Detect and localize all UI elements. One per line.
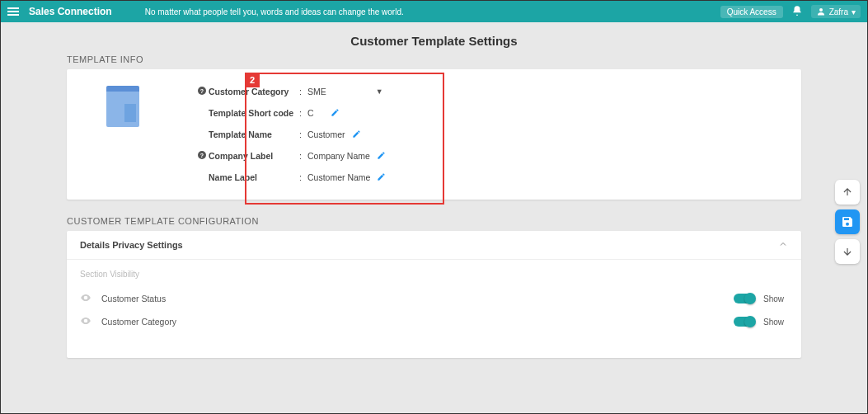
toggle-customer-status[interactable]: [734, 294, 755, 303]
user-icon: [816, 7, 826, 16]
eye-icon: [80, 292, 91, 305]
help-icon[interactable]: ?: [197, 150, 209, 162]
config-card: Details Privacy Settings Section Visibil…: [67, 231, 801, 358]
panel-title: Details Privacy Settings: [80, 240, 183, 250]
config-label: CUSTOMER TEMPLATE CONFIGURATION: [67, 216, 801, 226]
chevron-down-icon: ▾: [852, 7, 856, 16]
brand: Sales Connection: [29, 6, 112, 17]
scroll-up-button[interactable]: [835, 180, 860, 205]
highlight-box: [245, 73, 444, 205]
scroll-down-button[interactable]: [835, 239, 860, 264]
step-badge: 2: [245, 73, 260, 87]
template-info-card: 2 ? Customer Category : SME ▼ Template S…: [67, 69, 801, 200]
quick-access-button[interactable]: Quick Access: [720, 6, 783, 18]
menu-button[interactable]: [7, 7, 19, 16]
details-privacy-header[interactable]: Details Privacy Settings: [67, 231, 801, 260]
document-icon: [106, 86, 139, 127]
user-menu[interactable]: Zafra ▾: [811, 5, 861, 18]
visibility-name: Customer Status: [101, 294, 734, 303]
svg-point-0: [819, 8, 823, 12]
eye-icon: [80, 315, 91, 328]
help-icon[interactable]: ?: [197, 86, 209, 98]
page-title: Customer Template Settings: [1, 22, 867, 54]
bell-icon[interactable]: [791, 5, 803, 18]
toggle-state: Show: [763, 294, 788, 303]
toggle-state: Show: [763, 318, 788, 327]
save-button[interactable]: [835, 209, 860, 234]
toggle-customer-category[interactable]: [734, 317, 755, 327]
visibility-row-category: Customer Category Show: [80, 310, 788, 333]
visibility-row-status: Customer Status Show: [80, 287, 788, 310]
svg-text:?: ?: [200, 87, 204, 93]
section-visibility-label: Section Visibility: [80, 270, 788, 279]
svg-text:?: ?: [200, 152, 204, 158]
visibility-name: Customer Category: [101, 317, 734, 327]
template-info-label: TEMPLATE INFO: [67, 54, 801, 64]
chevron-up-icon: [778, 239, 788, 251]
tagline: No matter what people tell you, words an…: [145, 7, 720, 16]
user-name: Zafra: [829, 7, 848, 16]
